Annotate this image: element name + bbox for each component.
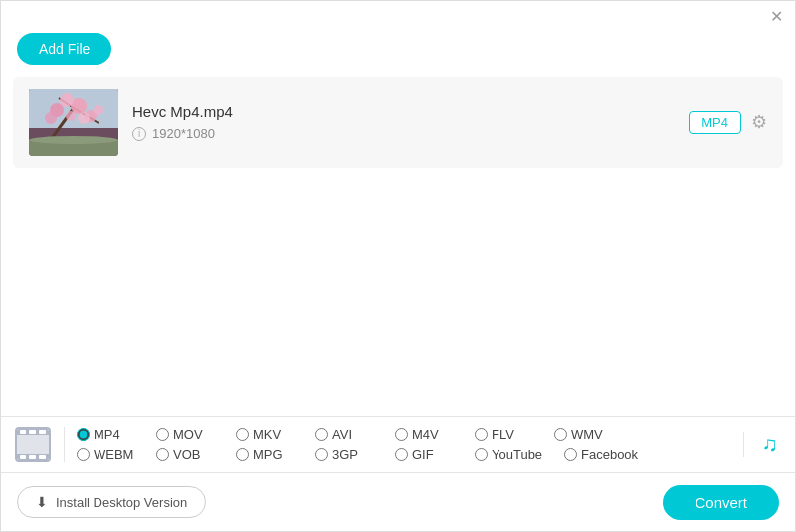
radio-m4v[interactable]: M4V — [395, 427, 475, 442]
svg-point-14 — [29, 136, 118, 144]
radio-facebook[interactable]: Facebook — [564, 447, 659, 462]
content-area — [1, 168, 795, 367]
install-label: Install Desktop Version — [56, 495, 187, 510]
radio-avi[interactable]: AVI — [315, 427, 395, 442]
radio-webm[interactable]: WEBM — [77, 447, 156, 462]
radio-youtube[interactable]: YouTube — [475, 447, 564, 462]
file-meta: i 1920*1080 — [132, 126, 675, 141]
format-row-1: MP4 MOV MKV AVI M4V FLV — [77, 427, 731, 442]
music-note-icon: ♫ — [761, 432, 778, 457]
svg-point-10 — [66, 111, 76, 121]
radio-vob[interactable]: VOB — [156, 447, 236, 462]
svg-point-9 — [78, 112, 90, 124]
file-thumbnail — [29, 89, 118, 156]
format-badge[interactable]: MP4 — [689, 111, 741, 134]
music-icon-area[interactable]: ♫ — [743, 432, 795, 457]
file-name: Hevc Mp4.mp4 — [132, 103, 675, 120]
file-list: Hevc Mp4.mp4 i 1920*1080 MP4 ⚙ — [13, 77, 783, 168]
format-bar: MP4 MOV MKV AVI M4V FLV — [1, 416, 795, 473]
film-icon — [15, 427, 51, 462]
settings-icon[interactable]: ⚙ — [751, 111, 767, 133]
footer: ⬇ Install Desktop Version Convert — [1, 473, 795, 531]
close-button[interactable]: ✕ — [770, 9, 783, 25]
radio-mp4[interactable]: MP4 — [77, 427, 156, 442]
svg-point-12 — [45, 112, 57, 124]
info-icon: i — [132, 127, 146, 141]
radio-gif[interactable]: GIF — [395, 447, 475, 462]
file-info: Hevc Mp4.mp4 i 1920*1080 — [132, 103, 675, 141]
toolbar: Add File — [1, 29, 795, 77]
file-resolution: 1920*1080 — [152, 126, 215, 141]
svg-point-11 — [94, 105, 103, 115]
add-file-button[interactable]: Add File — [17, 33, 111, 65]
download-icon: ⬇ — [36, 494, 48, 510]
format-options: MP4 MOV MKV AVI M4V FLV — [65, 427, 743, 462]
convert-button[interactable]: Convert — [663, 485, 779, 520]
install-desktop-button[interactable]: ⬇ Install Desktop Version — [17, 486, 206, 518]
radio-flv[interactable]: FLV — [475, 427, 554, 442]
radio-3gp[interactable]: 3GP — [315, 447, 395, 462]
title-bar: ✕ — [1, 1, 795, 29]
format-row-2: WEBM VOB MPG 3GP GIF YouTube — [77, 447, 731, 462]
radio-mkv[interactable]: MKV — [236, 427, 315, 442]
file-actions: MP4 ⚙ — [689, 111, 767, 134]
format-icon-area — [1, 427, 65, 462]
svg-point-6 — [60, 93, 74, 107]
radio-mov[interactable]: MOV — [156, 427, 236, 442]
radio-mpg[interactable]: MPG — [236, 447, 315, 462]
radio-wmv[interactable]: WMV — [554, 427, 634, 442]
